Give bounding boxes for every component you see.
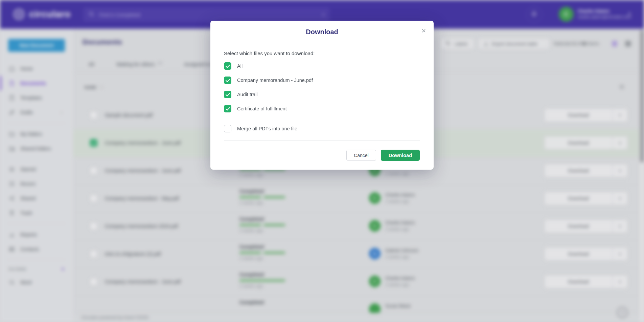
option-checkbox[interactable] xyxy=(224,105,231,112)
cancel-button[interactable]: Cancel xyxy=(346,150,376,161)
option-label: Company memorandum - June.pdf xyxy=(237,78,313,83)
app-screen: circularo C Charlie xyxy=(0,0,644,322)
option-checkbox[interactable] xyxy=(224,62,231,70)
merge-option-row[interactable]: Merge all PDFs into one file xyxy=(224,122,297,136)
option-checkbox[interactable] xyxy=(224,77,231,84)
modal-prompt: Select which files you want to download: xyxy=(224,50,315,56)
close-icon[interactable] xyxy=(421,27,426,35)
option-label: Audit trail xyxy=(237,92,257,97)
option-label: Certificate of fulfillment xyxy=(237,106,287,111)
download-modal: Download Select which files you want to … xyxy=(210,21,434,170)
merge-label: Merge all PDFs into one file xyxy=(237,126,297,131)
download-option-row[interactable]: All xyxy=(224,59,420,73)
modal-actions: Cancel Download xyxy=(346,150,420,161)
download-option-row[interactable]: Certificate of fulfillment xyxy=(224,102,420,116)
merge-checkbox[interactable] xyxy=(224,125,231,132)
option-checkbox[interactable] xyxy=(224,91,231,98)
modal-divider xyxy=(224,121,420,121)
modal-divider xyxy=(224,141,420,141)
download-option-row[interactable]: Company memorandum - June.pdf xyxy=(224,73,420,87)
modal-title: Download xyxy=(210,28,434,36)
option-label: All xyxy=(237,63,243,69)
download-options-list: All Company memorandum - June.pdf Audit … xyxy=(224,59,420,116)
download-button[interactable]: Download xyxy=(381,150,420,161)
download-option-row[interactable]: Audit trail xyxy=(224,87,420,102)
